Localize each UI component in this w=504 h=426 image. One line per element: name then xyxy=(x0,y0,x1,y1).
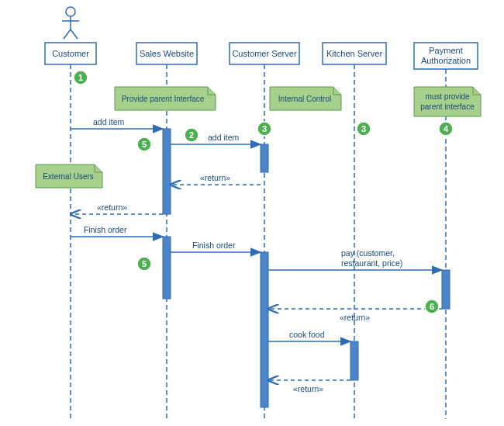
note-must-provide: must provide parent interface xyxy=(414,87,481,116)
activation-bar xyxy=(261,144,268,172)
msg-label: add item xyxy=(93,117,125,126)
msg-label: «return» xyxy=(340,313,370,322)
lifeline-custsrv: Customer Server xyxy=(230,43,299,64)
lifeline-label: Payment xyxy=(429,46,462,55)
lifeline-label: Kitchen Server xyxy=(326,49,382,58)
badge-2: 2 xyxy=(185,128,198,142)
msg-label: cook food xyxy=(289,330,325,339)
msg-label: «return» xyxy=(293,384,323,393)
note-text: parent interface xyxy=(420,102,475,111)
note-text: must provide xyxy=(425,92,470,101)
lifeline-label: Customer xyxy=(52,49,89,58)
msg-label: add item xyxy=(208,133,240,142)
note-text: Internal Control xyxy=(278,95,331,103)
svg-text:2: 2 xyxy=(189,130,194,140)
lifeline-payment: Payment Authorization xyxy=(414,43,478,69)
activation-bar xyxy=(261,252,268,407)
activation-bar xyxy=(163,129,171,214)
msg-label: restaurant, price) xyxy=(341,258,402,268)
activation-bar xyxy=(163,237,171,299)
lifeline-label: Authorization xyxy=(421,56,471,65)
lifeline-customer: Customer xyxy=(45,43,96,64)
sequence-diagram: Customer Sales Website Customer Server K… xyxy=(0,0,504,426)
msg-label: «return» xyxy=(200,173,230,182)
badge-5b: 5 xyxy=(137,257,151,271)
svg-text:1: 1 xyxy=(78,73,83,82)
svg-text:3: 3 xyxy=(262,124,267,133)
msg-label: Finish order xyxy=(192,241,236,250)
lifeline-label: Customer Server xyxy=(232,49,296,58)
note-text: Provide parent Interface xyxy=(122,95,205,103)
svg-line-4 xyxy=(71,29,78,39)
svg-text:6: 6 xyxy=(430,302,434,311)
badge-3b: 3 xyxy=(357,122,371,136)
msg-label: Finish order xyxy=(84,225,127,234)
svg-text:4: 4 xyxy=(444,124,449,133)
badge-6: 6 xyxy=(425,300,439,313)
actor-icon xyxy=(62,7,79,39)
badge-1: 1 xyxy=(74,71,88,85)
lifeline-kitchen: Kitchen Server xyxy=(323,43,386,64)
badge-3a: 3 xyxy=(257,122,271,136)
activation-bar xyxy=(442,270,450,309)
activation-bar xyxy=(350,341,358,380)
msg-label: «return» xyxy=(97,203,127,212)
lifeline-sales: Sales Website xyxy=(136,43,197,64)
svg-text:5: 5 xyxy=(142,140,147,149)
note-provide-parent: Provide parent Interface xyxy=(115,87,216,110)
svg-point-0 xyxy=(66,7,75,16)
note-text: External Users xyxy=(43,172,94,181)
svg-text:3: 3 xyxy=(361,124,366,133)
note-internal-control: Internal Control xyxy=(270,87,341,110)
badge-5a: 5 xyxy=(137,137,151,151)
lifeline-label: Sales Website xyxy=(140,49,194,58)
note-external-users: External Users xyxy=(36,165,102,188)
svg-line-3 xyxy=(64,29,71,39)
badge-4: 4 xyxy=(439,122,453,136)
svg-text:5: 5 xyxy=(142,259,147,268)
msg-label: pay (customer, xyxy=(341,248,395,258)
